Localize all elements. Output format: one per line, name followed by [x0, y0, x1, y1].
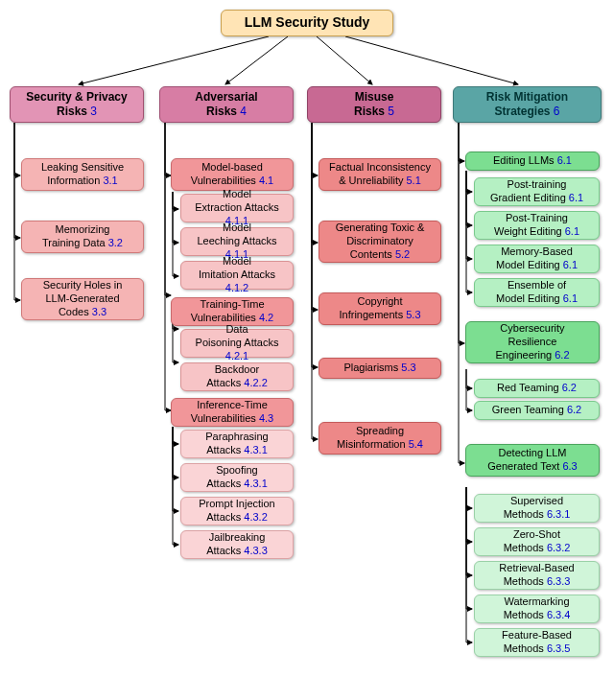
adv-par: ParaphrasingAttacks 4.3.1	[180, 430, 294, 458]
adv-itv-ref: 4.3	[259, 412, 273, 424]
mis-copyright: CopyrightInfringements 5.3	[319, 292, 441, 325]
mit-editing-ref: 6.1	[557, 154, 572, 166]
adv-par-ref: 4.3.1	[244, 444, 267, 455]
mis-factual: Factual Inconsistency& Unreliability 5.1	[319, 158, 441, 191]
category-security-label: Security & PrivacyRisks	[26, 90, 127, 118]
mit-gt-label: Green Teaming	[492, 404, 564, 415]
mis-copyright-label: CopyrightInfringements	[339, 295, 403, 320]
svg-line-2	[317, 36, 372, 84]
adv-dpa-ref: 4.2.1	[225, 350, 248, 362]
adv-dpa: DataPoisoning Attacks 4.2.1	[180, 329, 294, 358]
mis-toxic-ref: 5.2	[395, 248, 410, 260]
mis-copyright-ref: 5.3	[406, 309, 420, 320]
sec-code-holes: Security Holes inLLM-GeneratedCodes 3.3	[21, 278, 144, 320]
adv-jba: JailbreakingAttacks 4.3.3	[180, 530, 294, 559]
adv-ttv-label: Training-TimeVulnerabilities	[191, 298, 265, 323]
adv-mea-label: ModelExtraction Attacks	[195, 188, 278, 213]
adv-jba-ref: 4.3.3	[244, 545, 267, 556]
sec-memorizing: MemorizingTraining Data 3.2	[21, 221, 144, 253]
root-title: LLM Security Study	[245, 14, 370, 32]
mis-toxic: Generating Toxic &DiscriminatoryContents…	[319, 221, 441, 263]
mit-gt: Green Teaming 6.2	[474, 401, 600, 420]
sec-memorizing-ref: 3.2	[108, 237, 123, 248]
mit-fb: Feature-BasedMethods 6.3.5	[474, 628, 600, 657]
svg-line-0	[79, 36, 269, 84]
mis-plagiarism-ref: 5.3	[401, 362, 415, 373]
mit-cre-ref: 6.2	[555, 349, 569, 361]
category-security-ref: 3	[90, 105, 97, 118]
category-security: Security & PrivacyRisks 3	[10, 86, 144, 123]
mit-eme: Ensemble ofModel Editing 6.1	[474, 278, 600, 307]
mit-mbe-ref: 6.1	[563, 259, 578, 270]
adv-mbv-label: Model-basedVulnerabilities	[191, 161, 263, 186]
adv-spo: SpoofingAttacks 4.3.1	[180, 463, 294, 492]
svg-line-1	[225, 36, 288, 84]
mit-eme-ref: 6.1	[563, 292, 578, 304]
mit-pge: Post-trainingGradient Editing 6.1	[474, 177, 600, 206]
adv-pia: Prompt InjectionAttacks 4.3.2	[180, 497, 294, 525]
mit-mbe: Memory-BasedModel Editing 6.1	[474, 245, 600, 273]
adv-dpa-label: DataPoisoning Attacks	[196, 323, 279, 348]
sec-code-holes-ref: 3.3	[92, 306, 106, 317]
mit-sup-ref: 6.3.1	[547, 508, 570, 520]
adv-bda-ref: 4.2.2	[244, 377, 267, 388]
mit-pwe-label: Post-TrainingWeight Editing	[494, 212, 568, 237]
mit-editing: Editing LLMs 6.1	[465, 152, 600, 171]
mis-spreading: SpreadingMisinformation 5.4	[319, 422, 441, 455]
mit-mbe-label: Memory-BasedModel Editing	[496, 245, 573, 270]
mis-toxic-label: Generating Toxic &DiscriminatoryContents	[336, 222, 425, 260]
adv-itv: Inference-TimeVulnerabilities 4.3	[171, 398, 294, 427]
adv-itv-label: Inference-TimeVulnerabilities	[191, 399, 268, 424]
mit-rt: Red Teaming 6.2	[474, 379, 600, 398]
mit-dgt-ref: 6.3	[562, 460, 577, 472]
adv-mia-label: ModelImitation Attacks	[199, 255, 275, 280]
mit-rb: Retrieval-BasedMethods 6.3.3	[474, 561, 600, 590]
adv-mea: ModelExtraction Attacks 4.1.1	[180, 194, 294, 222]
mis-plagiarism-label: Plagiarisms	[343, 362, 398, 373]
category-mitigation-ref: 6	[554, 105, 560, 118]
mit-rt-label: Red Teaming	[497, 382, 559, 393]
root-node: LLM Security Study	[221, 10, 393, 36]
mit-dgt: Detecting LLMGenerated Text 6.3	[465, 444, 600, 477]
mis-factual-ref: 5.1	[407, 175, 421, 186]
mit-rb-ref: 6.3.3	[547, 575, 570, 587]
adv-pia-ref: 4.3.2	[244, 511, 267, 523]
category-misuse: MisuseRisks 5	[307, 86, 441, 123]
adv-mbv-ref: 4.1	[259, 175, 273, 186]
mit-pwe: Post-TrainingWeight Editing 6.1	[474, 211, 600, 240]
adv-mbv: Model-basedVulnerabilities 4.1	[171, 158, 294, 191]
category-misuse-ref: 5	[388, 105, 394, 118]
adv-ttv: Training-TimeVulnerabilities 4.2	[171, 297, 294, 326]
sec-leaking: Leaking SensitiveInformation 3.1	[21, 158, 144, 191]
mis-spreading-ref: 5.4	[409, 438, 423, 450]
mit-dgt-label: Detecting LLMGenerated Text	[487, 447, 566, 472]
mit-sup: SupervisedMethods 6.3.1	[474, 494, 600, 523]
category-adversarial: AdversarialRisks 4	[159, 86, 294, 123]
mit-cre: CybersecurityResilienceEngineering 6.2	[465, 321, 600, 363]
sec-memorizing-label: MemorizingTraining Data	[42, 223, 109, 248]
adv-mia-ref: 4.1.2	[225, 282, 248, 293]
mit-fb-ref: 6.3.5	[547, 642, 570, 654]
mit-editing-label: Editing LLMs	[493, 154, 555, 166]
adv-bda: BackdoorAttacks 4.2.2	[180, 362, 294, 391]
adv-mla-label: ModelLeeching Attacks	[197, 222, 276, 246]
mit-wm: WatermarkingMethods 6.3.4	[474, 595, 600, 623]
mit-pge-label: Post-trainingGradient Editing	[490, 178, 567, 203]
mit-wm-ref: 6.3.4	[547, 609, 570, 620]
mit-rt-ref: 6.2	[562, 382, 577, 393]
mit-eme-label: Ensemble ofModel Editing	[496, 279, 566, 304]
mis-plagiarism: Plagiarisms 5.3	[319, 358, 441, 379]
sec-code-holes-label: Security Holes inLLM-GeneratedCodes	[43, 279, 123, 317]
mit-pge-ref: 6.1	[569, 192, 583, 203]
adv-ttv-ref: 4.2	[259, 312, 273, 323]
adv-mla: ModelLeeching Attacks 4.1.1	[180, 227, 294, 256]
adv-mia: ModelImitation Attacks 4.1.2	[180, 261, 294, 290]
mis-spreading-label: SpreadingMisinformation	[337, 425, 406, 450]
svg-line-3	[345, 36, 518, 84]
sec-leaking-ref: 3.1	[103, 175, 117, 186]
category-adversarial-label: AdversarialRisks	[195, 90, 257, 118]
adv-spo-ref: 4.3.1	[244, 478, 267, 489]
mit-gt-ref: 6.2	[567, 404, 581, 415]
category-adversarial-ref: 4	[240, 105, 247, 118]
category-mitigation: Risk MitigationStrategies 6	[453, 86, 602, 123]
